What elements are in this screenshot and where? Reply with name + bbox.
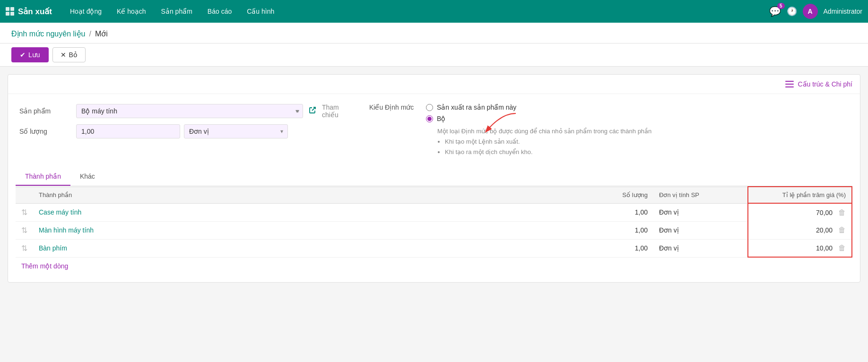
radio-san-xuat: Sản xuất ra sản phẩm này — [426, 103, 651, 111]
add-row-button[interactable]: Thêm một dòng — [16, 258, 74, 275]
unit-cell: Đơn vị — [653, 221, 748, 239]
drag-handle-icon[interactable]: ⇅ — [21, 244, 27, 252]
component-name-cell[interactable]: Bàn phím — [33, 239, 597, 257]
product-input[interactable] — [76, 104, 303, 118]
grid-icon — [6, 7, 14, 16]
delete-row-icon[interactable]: 🗑 — [838, 226, 846, 234]
drag-handle-icon[interactable]: ⇅ — [21, 208, 27, 216]
table-row: ⇅ Bàn phím 1,00 Đơn vị 10,00 🗑 — [16, 239, 852, 257]
svg-rect-0 — [785, 81, 794, 82]
radio-san-xuat-label[interactable]: Sản xuất ra sản phẩm này — [437, 103, 516, 111]
qty-cell: 1,00 — [597, 203, 653, 221]
qty-input[interactable] — [76, 124, 180, 138]
qty-cell: 1,00 — [597, 221, 653, 239]
table-row: ⇅ Màn hình máy tính 1,00 Đơn vị 20,00 🗑 — [16, 221, 852, 239]
checkmark-icon: ✔ — [20, 51, 26, 59]
tab-khac[interactable]: Khác — [70, 168, 104, 186]
table-row: ⇅ Case máy tính 1,00 Đơn vị 70,00 🗑 — [16, 203, 852, 221]
svg-line-3 — [312, 107, 315, 111]
radio-bo-input[interactable] — [426, 115, 433, 122]
delete-row-icon[interactable]: 🗑 — [838, 244, 846, 252]
breadcrumb-parent[interactable]: Định mức nguyên liệu — [11, 29, 86, 38]
pct-cell: 70,00 🗑 — [748, 203, 852, 221]
svg-rect-1 — [785, 84, 794, 85]
menu-item-bao-cao[interactable]: Báo cáo — [201, 5, 238, 18]
form-section: Sản phẩm ▾ Tham — [8, 94, 860, 168]
tabs-bar: Thành phần Khác — [16, 168, 852, 186]
menu-item-cau-hinh[interactable]: Cấu hình — [240, 5, 281, 18]
main-card: Cấu trúc & Chi phí Sản phẩm ▾ — [8, 74, 860, 283]
breadcrumb: Định mức nguyên liệu / Mới — [0, 23, 868, 43]
radio-bo-label[interactable]: Bộ — [437, 115, 445, 122]
menu-lines-icon — [785, 81, 794, 87]
table-section: Thành phần Số lượng Đơn vị tính SP Tỉ lệ… — [16, 186, 852, 275]
kieu-dinh-muc-row: Kiểu Định mức Sản xuất ra sản phẩm này B… — [369, 103, 849, 157]
radio-bo: Bộ — [426, 115, 651, 122]
top-navigation: Sản xuất Hoạt động Kế hoạch Sản phẩm Báo… — [0, 0, 868, 23]
discard-button[interactable]: ✕ Bỏ — [52, 47, 86, 62]
component-name-cell[interactable]: Màn hình máy tính — [33, 221, 597, 239]
unit-cell: Đơn vị — [653, 239, 748, 257]
table-body: ⇅ Case máy tính 1,00 Đơn vị 70,00 🗑 — [16, 203, 852, 257]
clock-icon[interactable]: 🕐 — [787, 6, 797, 17]
tham-chieu-label: Tham chiếu — [322, 103, 341, 119]
cau-truc-label: Cấu trúc & Chi phí — [798, 80, 852, 88]
avatar[interactable]: A — [803, 4, 818, 19]
components-table: Thành phần Số lượng Đơn vị tính SP Tỉ lệ… — [16, 186, 852, 258]
radio-san-xuat-input[interactable] — [426, 104, 433, 111]
form-left-column: Sản phẩm ▾ Tham — [19, 103, 341, 163]
so-luong-field: Đơn vị — [76, 124, 341, 138]
svg-rect-2 — [785, 86, 794, 87]
drag-handle-cell: ⇅ — [16, 239, 33, 257]
table-header: Thành phần Số lượng Đơn vị tính SP Tỉ lệ… — [16, 187, 852, 203]
breadcrumb-separator: / — [89, 30, 91, 38]
app-title: Sản xuất — [18, 7, 52, 17]
unit-cell: Đơn vị — [653, 203, 748, 221]
menu-item-hoat-dong[interactable]: Hoạt động — [63, 5, 108, 18]
col-don-vi-tinh: Đơn vị tính SP — [653, 187, 748, 203]
cau-truc-button[interactable]: Cấu trúc & Chi phí — [785, 80, 852, 88]
unit-select[interactable]: Đơn vị — [184, 124, 288, 138]
col-so-luong: Số lượng — [597, 187, 653, 203]
red-arrow-annotation — [478, 111, 521, 141]
action-bar: ✔ Lưu ✕ Bỏ — [0, 43, 868, 67]
drag-handle-icon[interactable]: ⇅ — [21, 226, 27, 234]
menu-item-san-pham[interactable]: Sản phẩm — [155, 5, 199, 18]
save-button[interactable]: ✔ Lưu — [11, 47, 49, 62]
breadcrumb-current: Mới — [95, 29, 108, 38]
external-link-icon[interactable] — [309, 106, 316, 116]
menu-item-ke-hoach[interactable]: Kế hoạch — [110, 5, 153, 18]
arrow-svg — [478, 111, 521, 139]
times-icon: ✕ — [61, 51, 66, 59]
kieu-dinh-muc-label: Kiểu Định mức — [369, 103, 426, 111]
form-right-column: Kiểu Định mức Sản xuất ra sản phẩm này B… — [341, 103, 849, 163]
username[interactable]: Administrator — [824, 8, 862, 15]
qty-cell: 1,00 — [597, 239, 653, 257]
drag-handle-cell: ⇅ — [16, 203, 33, 221]
so-luong-row: Số lượng Đơn vị — [19, 124, 341, 138]
notif-count: 5 — [777, 3, 785, 9]
col-drag — [16, 187, 33, 203]
notification-bell[interactable]: 💬 5 — [769, 6, 781, 17]
top-right-actions: 💬 5 🕐 A Administrator — [769, 4, 862, 19]
main-menu: Hoạt động Kế hoạch Sản phẩm Báo cáo Cấu … — [63, 5, 769, 18]
pct-cell: 10,00 🗑 — [748, 239, 852, 257]
product-select-wrapper: ▾ — [76, 104, 303, 118]
san-pham-field: ▾ Tham chiếu — [76, 103, 341, 119]
col-ti-le: Tỉ lệ phần trăm giá (%) — [748, 187, 852, 203]
bo-description: Một loại Định mức bộ được dùng để chia n… — [437, 126, 651, 157]
content-header: Cấu trúc & Chi phí — [8, 75, 860, 94]
kieu-dinh-muc-options: Sản xuất ra sản phẩm này Bộ — [426, 103, 651, 157]
app-logo[interactable]: Sản xuất — [6, 7, 52, 17]
component-name-cell[interactable]: Case máy tính — [33, 203, 597, 221]
delete-row-icon[interactable]: 🗑 — [838, 208, 846, 216]
unit-select-wrapper: Đơn vị — [184, 124, 288, 138]
drag-handle-cell: ⇅ — [16, 221, 33, 239]
san-pham-row: Sản phẩm ▾ Tham — [19, 103, 341, 119]
col-thanh-phan: Thành phần — [33, 187, 597, 203]
tab-thanh-phan[interactable]: Thành phần — [16, 168, 70, 186]
san-pham-label: Sản phẩm — [19, 107, 76, 115]
pct-cell: 20,00 🗑 — [748, 221, 852, 239]
so-luong-label: Số lượng — [19, 128, 76, 135]
